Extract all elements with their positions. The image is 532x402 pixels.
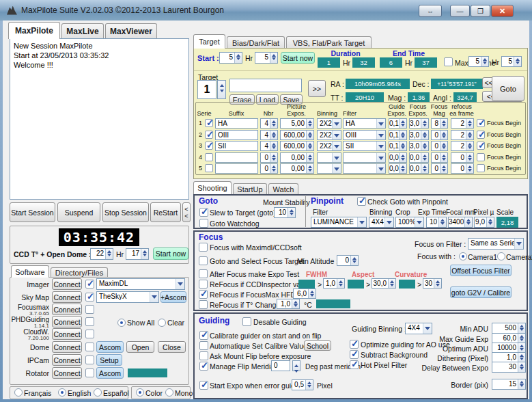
dropdown-arrow-icon[interactable] <box>376 119 385 128</box>
rotator-connect-button[interactable]: Connect <box>52 367 82 379</box>
ipcam-connect-button[interactable]: Connect <box>52 354 82 366</box>
suspend-button[interactable]: Suspend <box>57 202 100 222</box>
spinner-up-down-icon[interactable] <box>234 53 242 63</box>
refocus-ccdinspector-checkbox[interactable] <box>199 280 208 289</box>
skymap-ascom-button[interactable]: +Ascom <box>160 291 186 303</box>
imager-checkbox[interactable] <box>85 280 94 289</box>
spinner-up-down-icon[interactable] <box>466 142 473 150</box>
spinner-up-down-icon[interactable] <box>292 299 299 308</box>
mount-stability-spinner[interactable]: 10 <box>274 207 296 218</box>
dropdown-arrow-icon[interactable] <box>332 131 341 139</box>
show-all-radio[interactable] <box>117 319 126 327</box>
refocus-spinner[interactable]: 0 <box>451 152 474 163</box>
spinner-up-down-icon[interactable] <box>399 153 406 162</box>
tab-directory-files[interactable]: Directory/Files <box>51 267 108 278</box>
start-expo-error-checkbox[interactable] <box>199 381 208 390</box>
dome-connect-button[interactable]: Connect <box>52 341 82 353</box>
mode-mono-radio[interactable] <box>165 388 173 397</box>
expo-test-checkbox[interactable] <box>199 269 208 278</box>
pinpoint-focal-spinner[interactable]: 3400 <box>448 217 473 228</box>
focus-expos-spinner[interactable]: 0,0 <box>409 163 429 174</box>
focus-expos-spinner[interactable]: 3,0 <box>409 118 429 129</box>
clear-radio[interactable] <box>158 319 166 327</box>
skymap-checkbox[interactable] <box>85 293 94 302</box>
spinner-up-down-icon[interactable] <box>466 164 473 173</box>
spinner-up-down-icon[interactable] <box>466 119 473 128</box>
spinner-up-down-icon[interactable] <box>399 164 406 173</box>
nbr-spinner[interactable]: 4 <box>260 130 278 140</box>
dropdown-arrow-icon[interactable] <box>415 217 423 227</box>
filter-select[interactable]: SII <box>343 141 386 151</box>
dropdown-arrow-icon[interactable] <box>376 164 385 173</box>
picture-expos-spinner[interactable]: 0,00 <box>280 163 314 174</box>
spinner-up-down-icon[interactable] <box>306 131 313 139</box>
focus-begin-checkbox[interactable] <box>477 142 485 150</box>
filter-select[interactable]: HA <box>343 118 386 129</box>
maxim-hour-spinner[interactable]: 5 <box>468 56 489 67</box>
refocus-spinner[interactable]: 0 <box>451 163 474 174</box>
spinner-up-down-icon[interactable] <box>421 153 428 162</box>
dropdown-arrow-icon[interactable] <box>514 239 523 249</box>
start-session-button[interactable]: Start Session <box>10 202 55 222</box>
spinner-up-down-icon[interactable] <box>399 131 406 139</box>
dropdown-arrow-icon[interactable] <box>332 142 341 150</box>
spinner-up-down-icon[interactable] <box>438 217 446 227</box>
spinner-up-down-icon[interactable] <box>305 380 313 390</box>
temp-change-spinner[interactable]: 1,0 <box>277 299 300 309</box>
filter-select[interactable]: OIII <box>343 130 386 140</box>
maxim-time-checkbox[interactable] <box>444 57 453 66</box>
auto-calibre-checkbox[interactable] <box>199 341 208 350</box>
spinner-up-down-icon[interactable] <box>308 289 316 298</box>
mode-color-radio[interactable] <box>136 388 144 397</box>
cloudw-connect-button[interactable]: Connect <box>52 328 82 340</box>
focus-expos-spinner[interactable]: 3,0 <box>409 130 429 140</box>
spinner-up-down-icon[interactable] <box>350 256 358 265</box>
dropdown-arrow-icon[interactable] <box>332 164 341 173</box>
spinner-up-down-icon[interactable] <box>306 142 313 150</box>
error-guide-spinner[interactable]: 0,5 <box>292 379 313 390</box>
aspect-spinner[interactable]: 30,0 <box>372 278 396 289</box>
spinner-up-down-icon[interactable] <box>337 279 344 288</box>
goto-g2v-calibre-button[interactable]: goto G2V / Calibre <box>450 286 512 298</box>
tab-maxpilote[interactable]: MaxPilote <box>8 22 60 39</box>
skymap-connect-button[interactable]: Connect <box>52 291 82 303</box>
swap-screen-button[interactable]: ⇔ <box>419 5 442 17</box>
tab-startup[interactable]: StartUp <box>233 183 267 194</box>
subtract-background-checkbox[interactable] <box>350 350 359 359</box>
optimize-ao-checkbox[interactable] <box>350 340 359 349</box>
focus-begin-checkbox[interactable] <box>477 164 485 172</box>
tab-bias-dark-flat[interactable]: Bias/Dark/Flat <box>227 36 285 49</box>
spinner-up-down-icon[interactable] <box>466 153 473 162</box>
flip-meridian-spinner[interactable] <box>292 360 300 371</box>
focus-mag-spinner[interactable]: 0 <box>431 163 448 174</box>
focus-begin-checkbox[interactable] <box>477 119 485 127</box>
calibrate-guider-checkbox[interactable] <box>199 331 208 340</box>
guide-expos-spinner[interactable]: 0,1 <box>389 130 407 140</box>
lang-espanol-radio[interactable] <box>94 388 102 397</box>
ccd-minute-spinner[interactable]: 17 <box>126 248 149 260</box>
session-log[interactable]: New Session MaxPilote Start at 23/05/201… <box>10 38 189 200</box>
refocus-spinner[interactable]: 2 <box>451 130 474 140</box>
cloudw-checkbox[interactable] <box>85 330 94 338</box>
focus-mag-spinner[interactable]: 0 <box>431 130 448 140</box>
manage-flip-checkbox[interactable] <box>199 362 208 371</box>
hfd-spinner[interactable]: 6,0 <box>293 289 316 299</box>
tab-maxlive[interactable]: MaxLive <box>61 23 104 39</box>
binning-select[interactable]: 2X2 <box>317 118 341 129</box>
spinner-up-down-icon[interactable] <box>440 119 447 128</box>
dropdown-arrow-icon[interactable] <box>376 131 385 139</box>
lang-english-radio[interactable] <box>58 388 66 397</box>
spinner-up-down-icon[interactable] <box>466 131 473 139</box>
filter-select[interactable] <box>343 152 386 163</box>
binning-select[interactable] <box>317 152 341 163</box>
picture-expos-spinner[interactable]: 5,00 <box>280 118 314 129</box>
goto-watchdog-checkbox[interactable] <box>199 219 208 228</box>
spinner-up-down-icon[interactable] <box>270 153 277 162</box>
start-hour-spinner[interactable]: 5 <box>219 52 242 64</box>
spinner-up-down-icon[interactable] <box>388 279 395 288</box>
suffix-input[interactable]: SII <box>215 141 258 151</box>
nbr-spinner[interactable]: 4 <box>260 118 278 129</box>
skymap-select[interactable]: TheSkyX <box>96 291 159 303</box>
filter-select[interactable] <box>343 163 386 174</box>
check-goto-pinpoint-checkbox[interactable] <box>357 197 366 206</box>
